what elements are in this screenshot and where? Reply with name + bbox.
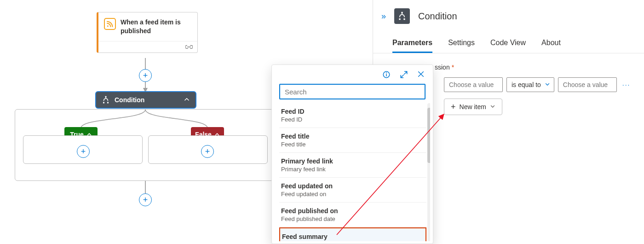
expand-icon[interactable] xyxy=(400,70,408,80)
dynamic-item-desc: Primary feed link xyxy=(281,166,425,173)
dynamic-content-item[interactable]: Feed titleFeed title xyxy=(279,128,426,153)
operator-select[interactable]: is equal to xyxy=(506,77,554,92)
svg-rect-3 xyxy=(107,102,109,104)
dynamic-item-title: Feed ID xyxy=(281,108,425,115)
dynamic-content-item[interactable]: Feed IDFeed ID xyxy=(279,103,426,128)
operator-value: is equal to xyxy=(512,81,541,88)
tab-about[interactable]: About xyxy=(541,39,561,53)
branch-icon xyxy=(102,96,110,104)
condition-card[interactable]: Condition xyxy=(95,91,196,109)
tab-settings[interactable]: Settings xyxy=(448,39,475,53)
collapse-panel-icon[interactable]: » xyxy=(381,12,386,21)
add-action-true-button[interactable]: + xyxy=(77,145,90,158)
dynamic-item-title: Feed updated on xyxy=(281,182,425,190)
info-icon[interactable] xyxy=(382,70,391,80)
panel-tabs: Parameters Settings Code View About xyxy=(373,27,644,53)
dynamic-content-item[interactable]: Feed published onFeed published date xyxy=(279,203,426,227)
more-options-button[interactable]: ··· xyxy=(621,81,632,88)
svg-point-9 xyxy=(386,72,387,73)
tab-parameters[interactable]: Parameters xyxy=(392,39,432,53)
new-item-label: New item xyxy=(460,103,486,110)
dynamic-content-popover: Feed IDFeed IDFeed titleFeed titlePrimar… xyxy=(271,64,433,244)
dynamic-content-item[interactable]: Primary feed linkPrimary feed link xyxy=(279,153,426,178)
tab-codeview[interactable]: Code View xyxy=(490,39,526,53)
dynamic-item-desc: Feed updated on xyxy=(281,191,425,198)
svg-rect-4 xyxy=(401,12,402,13)
close-icon[interactable] xyxy=(417,70,425,80)
condition-label: Condition xyxy=(115,96,144,104)
dynamic-item-title: Feed published on xyxy=(281,207,425,215)
scrollbar-thumb[interactable] xyxy=(427,108,430,163)
add-step-button[interactable]: + xyxy=(139,69,152,82)
dynamic-item-title: Feed title xyxy=(281,133,425,140)
add-action-false-button[interactable]: + xyxy=(201,145,214,158)
choose-value-right[interactable] xyxy=(558,77,617,92)
dynamic-item-desc: Feed title xyxy=(281,141,425,148)
new-item-button[interactable]: + New item xyxy=(444,99,502,115)
chevron-up-icon xyxy=(184,96,190,104)
svg-rect-8 xyxy=(386,74,387,76)
dynamic-search-input[interactable] xyxy=(279,84,426,99)
panel-title: Condition xyxy=(418,11,457,22)
dynamic-content-list[interactable]: Feed IDFeed IDFeed titleFeed titlePrimar… xyxy=(279,103,430,241)
add-step-after-button[interactable]: + xyxy=(139,193,152,206)
chevron-down-icon xyxy=(545,81,550,88)
dynamic-item-desc: Feed published date xyxy=(281,215,425,222)
svg-rect-2 xyxy=(103,102,104,104)
trigger-title: When a feed item is published xyxy=(121,18,192,35)
branch-icon xyxy=(394,8,410,24)
svg-rect-6 xyxy=(403,18,405,20)
svg-point-0 xyxy=(107,25,109,27)
trigger-card[interactable]: When a feed item is published xyxy=(97,12,198,53)
rss-icon xyxy=(104,18,116,30)
svg-rect-1 xyxy=(105,96,107,98)
dynamic-content-item[interactable]: Feed summaryFeed item summary xyxy=(279,227,426,241)
link-icon xyxy=(185,43,193,51)
dynamic-item-title: Feed summary xyxy=(282,233,424,240)
svg-rect-5 xyxy=(399,18,400,20)
chevron-down-icon xyxy=(490,103,495,110)
choose-value-left[interactable] xyxy=(444,77,503,92)
dynamic-content-item[interactable]: Feed updated onFeed updated on xyxy=(279,178,426,203)
dynamic-item-title: Primary feed link xyxy=(281,157,425,165)
dynamic-item-desc: Feed ID xyxy=(281,116,425,123)
